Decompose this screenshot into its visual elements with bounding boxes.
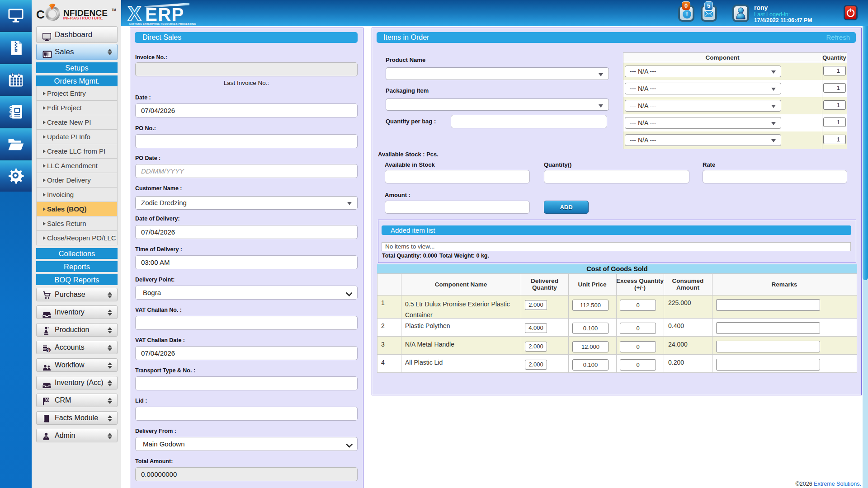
- svg-text:ERP: ERP: [145, 5, 184, 24]
- svg-text:X: X: [127, 2, 142, 25]
- svg-text:C: C: [36, 8, 45, 21]
- svg-text:EXTREME ENTERPRISE RECOURCES P: EXTREME ENTERPRISE RECOURCES PROCESSING: [129, 23, 196, 25]
- svg-text:$: $: [47, 348, 50, 352]
- svg-text:TM: TM: [112, 8, 116, 11]
- svg-text:INFRASTRUCTURE: INFRASTRUCTURE: [63, 16, 103, 20]
